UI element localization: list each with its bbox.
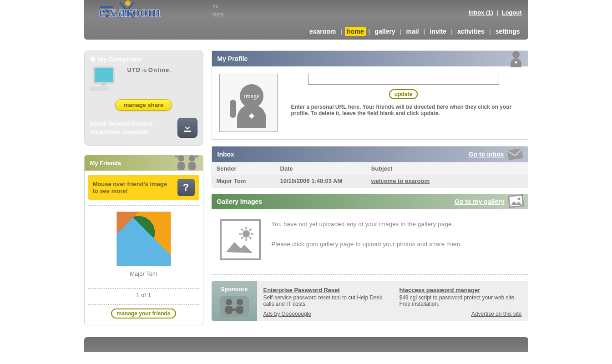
nav-settings[interactable]: settings [494, 27, 522, 36]
logout-link[interactable]: Logout [501, 9, 521, 16]
svg-rect-5 [102, 83, 106, 86]
gallery-thumb-placeholder [220, 219, 261, 260]
avatar-icon: image [223, 78, 273, 128]
svg-line-27 [241, 237, 243, 239]
gallery-text: You have not yet uploaded any of your im… [272, 219, 462, 249]
nav-mail[interactable]: mail [405, 27, 421, 36]
update-button[interactable]: update [389, 89, 418, 99]
nav-home[interactable]: home [345, 27, 365, 36]
friend-hint: Mouse over friend's image to see more! ? [88, 175, 199, 200]
separator: | [489, 28, 491, 35]
my-profile-title: My Profile [217, 55, 248, 62]
manage-friends-button[interactable]: manage your friends [111, 308, 176, 318]
separator: | [340, 28, 342, 35]
header: aroom e x tm beta Inbox (1) | Logout exa… [84, 0, 528, 40]
separator: | [496, 9, 498, 16]
separator: | [400, 28, 402, 35]
install-line1: Install Ground Control [90, 120, 153, 127]
col-subject: Subject [367, 162, 528, 175]
profile-help-text: Enter a personal URL here. Your friends … [287, 104, 521, 116]
svg-text:aroom: aroom [118, 3, 161, 20]
gallery-title: Gallery Images [217, 198, 263, 205]
computer-icon [90, 66, 122, 94]
col-sender: Sender [212, 162, 276, 175]
inbox-link[interactable]: Inbox (1) [469, 9, 493, 16]
advertise-link[interactable]: Advertise on this site [471, 311, 522, 317]
friend-hint-text: Mouse over friend's image to see more! [93, 181, 170, 194]
profile-icon [507, 49, 525, 67]
footer-bar [84, 337, 528, 352]
download-icon [182, 122, 193, 133]
help-icon[interactable]: ? [177, 179, 195, 196]
svg-point-20 [243, 230, 250, 238]
computer-status: UTD is Online. [127, 66, 171, 73]
divider [88, 288, 199, 289]
inbox-title: Inbox [217, 151, 234, 158]
svg-rect-6 [90, 86, 109, 91]
separator: | [369, 28, 370, 35]
svg-text:image: image [243, 93, 259, 100]
logo-beta: beta [213, 11, 224, 18]
logo[interactable]: aroom e x tm beta [95, 0, 223, 26]
manage-share-button[interactable]: manage share [115, 99, 172, 111]
svg-rect-15 [230, 100, 236, 118]
nav-gallery[interactable]: gallery [373, 27, 397, 36]
image-icon [224, 224, 256, 256]
top-links: Inbox (1) | Logout [469, 9, 522, 16]
table-row[interactable]: Major Tom10/10/2006 1:48:03 AMwelcome to… [212, 175, 528, 187]
svg-rect-18 [508, 195, 523, 207]
cell-subject: welcome to exaroom [367, 175, 528, 187]
svg-point-9 [189, 155, 195, 162]
inbox-table: Sender Date Subject Major Tom10/10/2006 … [212, 162, 528, 187]
gallery-icon [506, 192, 526, 210]
friend-avatar[interactable] [116, 212, 171, 266]
nav-invite[interactable]: invite [428, 27, 448, 36]
avatar-placeholder: image [219, 74, 278, 132]
divider [212, 274, 528, 275]
my-friends-title: My Friends [90, 160, 121, 167]
download-button[interactable] [177, 118, 197, 138]
friends-icon [174, 155, 199, 171]
my-computers-title: My Computers [90, 56, 197, 63]
my-computers-label: My Computers [98, 56, 142, 63]
ad-title[interactable]: htaccess password manager [400, 287, 522, 293]
gallery-line1: You have not yet uploaded any of your im… [272, 219, 462, 229]
logo-tm: tm [213, 4, 218, 9]
nav-exaroom[interactable]: exaroom [308, 27, 338, 36]
status-online: Online [148, 66, 169, 73]
separator: | [424, 28, 425, 35]
sponsors-label: Sponsors [214, 286, 254, 293]
profile-url-input[interactable] [308, 74, 499, 85]
radio-icon [90, 56, 96, 62]
message-link[interactable]: welcome to exaroom [371, 177, 430, 184]
svg-point-30 [237, 299, 243, 305]
goto-inbox-link[interactable]: Go to inbox [469, 151, 504, 158]
svg-line-28 [249, 229, 251, 231]
svg-rect-11 [175, 156, 178, 157]
friend-pager: 1 of 1 [85, 292, 203, 298]
sponsors-block: Sponsors Enterprise Password ResetSelf-s… [212, 281, 528, 321]
mail-icon [505, 145, 525, 163]
sponsor-ad[interactable]: Enterprise Password ResetSelf-service pa… [263, 287, 386, 307]
inbox-panel: Inbox Go to inbox Sender Date Subject [212, 146, 528, 187]
svg-rect-4 [94, 67, 114, 83]
sponsor-ad[interactable]: htaccess password manager$49 cgi script … [400, 287, 522, 307]
ads-by-link[interactable]: Ads by Goooooogle [263, 311, 311, 317]
gallery-line2: Please click goto gallery page to upload… [272, 239, 462, 249]
svg-rect-10 [188, 162, 196, 170]
my-friends-card: My Friends Mouse over friend's image to … [84, 155, 203, 325]
svg-text:e: e [99, 3, 106, 20]
main-nav: exaroom|home|gallery|mail|invite|activit… [308, 28, 522, 35]
nav-activities[interactable]: activities [455, 27, 486, 36]
computer-name: UTD [127, 66, 141, 73]
col-date: Date [276, 162, 367, 175]
svg-line-26 [249, 237, 251, 239]
ad-title[interactable]: Enterprise Password Reset [263, 287, 386, 293]
install-text: Install Ground Control on another comput… [90, 120, 153, 136]
status-dot: . [169, 66, 171, 73]
goto-gallery-link[interactable]: Go to my gallery [455, 198, 505, 205]
my-computers-card: My Computers UTD is Online. manage [84, 51, 203, 146]
friend-name: Major Tom [90, 270, 197, 277]
gallery-header: Gallery Images Go to my gallery [212, 194, 528, 209]
status-is: is [142, 66, 147, 73]
